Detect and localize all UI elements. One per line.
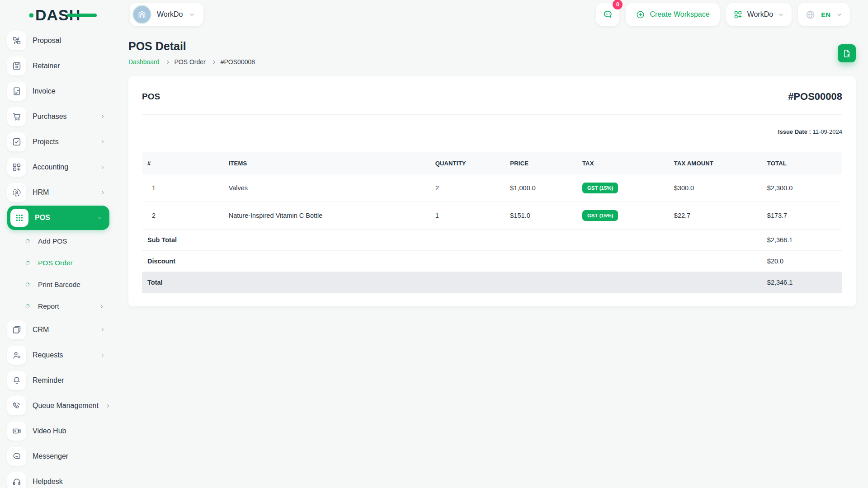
create-workspace-label: Create Workspace — [650, 10, 709, 19]
sidebar-item-label: Reminder — [33, 376, 64, 385]
sidebar-item-label: Requests — [33, 351, 63, 359]
sidebar-item[interactable]: CRM — [7, 317, 109, 343]
apps-dropdown[interactable]: WorkDo — [726, 3, 792, 26]
sidebar-item-label: Video Hub — [33, 427, 66, 435]
sidebar-item-label: HRM — [33, 188, 49, 197]
summary-row: Discount $20.0 — [142, 251, 842, 272]
sidebar-item[interactable]: POS — [7, 206, 109, 230]
table-column-header: # — [142, 152, 223, 174]
create-workspace-button[interactable]: Create Workspace — [626, 3, 719, 26]
sidebar-item-label: CRM — [33, 326, 49, 334]
summary-label: Sub Total — [142, 230, 762, 251]
table-row: 1 Valves 2 $1,000.0 GST (15%) $300.0 $2,… — [142, 174, 842, 202]
cell-no: 1 — [142, 174, 223, 202]
sidebar-item[interactable]: Queue Management — [7, 393, 109, 418]
main-content: POS Detail Dashboard POS Order #POS00008… — [116, 28, 868, 488]
sidebar-item[interactable]: Projects — [7, 129, 109, 155]
cell-tax-amount: $22.7 — [669, 202, 762, 230]
tax-badge: GST (15%) — [582, 183, 618, 193]
workspace-name: WorkDo — [157, 10, 183, 19]
logo-accent-bar — [67, 14, 97, 17]
issue-date-value: 11-09-2024 — [812, 128, 842, 135]
sidebar-item-label: Accounting — [33, 163, 68, 171]
sidebar-subitem[interactable]: Add POS — [7, 230, 109, 252]
messages-button[interactable]: 0 — [596, 3, 619, 26]
sidebar-item[interactable]: Video Hub — [7, 418, 109, 444]
sidebar-item[interactable]: Accounting — [7, 155, 109, 180]
chevron-right-icon — [105, 403, 111, 409]
apps-dropdown-label: WorkDo — [747, 10, 774, 19]
breadcrumb-separator-icon — [211, 60, 215, 64]
sidebar-subitem[interactable]: Print Barcode — [7, 274, 109, 296]
summary-row: Sub Total $2,366.1 — [142, 230, 842, 251]
sidebar-subitem-label: Add POS — [38, 237, 67, 245]
page-title: POS Detail — [128, 40, 255, 53]
language-dropdown[interactable]: EN — [798, 3, 850, 26]
sidebar-item[interactable]: Helpdesk — [7, 469, 109, 488]
sidebar-item-icon-box — [7, 158, 26, 177]
sidebar-item[interactable]: Reminder — [7, 368, 109, 393]
language-code: EN — [821, 11, 830, 19]
globe-icon — [805, 9, 816, 20]
workspace-avatar — [132, 5, 151, 24]
chevron-right-icon — [99, 139, 106, 145]
table-summary: Sub Total $2,366.1 Discount $20.0 Total … — [142, 230, 842, 293]
invoice-icon — [12, 86, 22, 96]
chevron-right-icon — [99, 164, 106, 170]
summary-value: $2,346.1 — [762, 272, 842, 293]
sidebar-item[interactable]: Retainer — [7, 53, 109, 79]
bullet-icon — [24, 303, 31, 310]
sidebar-subitem-label: POS Order — [38, 259, 73, 267]
export-pos-button[interactable] — [838, 44, 856, 62]
sidebar-item[interactable]: Messenger — [7, 444, 109, 469]
sidebar-subitem-label: Report — [38, 302, 59, 310]
sidebar-item-label: Retainer — [33, 62, 60, 70]
proposal-icon — [12, 36, 22, 46]
sidebar-item[interactable]: Proposal — [7, 28, 109, 53]
breadcrumb-item[interactable]: POS Order — [175, 58, 206, 66]
sidebar-item-label: POS — [35, 214, 50, 222]
top-header: DASH WorkDo 0 Create Workspace WorkDo EN — [0, 0, 868, 28]
bullet-icon — [24, 282, 31, 288]
header-actions: 0 Create Workspace WorkDo EN — [596, 3, 850, 26]
pos-card-header: POS #POS00008 — [142, 91, 842, 115]
sidebar-item-icon-box — [7, 396, 26, 415]
app-logo[interactable]: DASH — [35, 6, 80, 24]
pos-detail-card: POS #POS00008 Issue Date : 11-09-2024 #I… — [128, 76, 856, 306]
sidebar-item-label: Queue Management — [33, 402, 99, 410]
reminder-icon — [12, 375, 22, 385]
cell-quantity: 1 — [430, 202, 505, 230]
table-column-header: TAX AMOUNT — [669, 152, 762, 174]
issue-date-row: Issue Date : 11-09-2024 — [142, 128, 842, 135]
breadcrumb-item: #POS00008 — [221, 58, 255, 66]
sidebar-item-label: Purchases — [33, 113, 67, 121]
sidebar-item[interactable]: Invoice — [7, 79, 109, 104]
sidebar-item[interactable]: Purchases — [7, 104, 109, 129]
sidebar-subitem[interactable]: Report — [7, 296, 109, 317]
pos-icon — [14, 213, 24, 223]
table-row: 2 Nature-Inspired Vitamin C Bottle 1 $15… — [142, 202, 842, 230]
chevron-right-icon — [99, 113, 106, 120]
sidebar-item-icon-box — [7, 346, 26, 365]
cell-tax: GST (15%) — [577, 202, 669, 230]
cell-item: Nature-Inspired Vitamin C Bottle — [223, 202, 430, 230]
helpdesk-icon — [12, 477, 22, 487]
workspace-switcher[interactable]: WorkDo — [130, 3, 203, 26]
tax-badge: GST (15%) — [582, 210, 618, 221]
logo-accent-dot — [29, 13, 33, 17]
cell-price: $1,000.0 — [505, 174, 577, 202]
sidebar-item-icon-box — [7, 447, 26, 466]
video-hub-icon — [12, 426, 22, 436]
table-header-row: #ITEMSQUANTITYPRICETAXTAX AMOUNTTOTAL — [142, 152, 842, 174]
sidebar-item[interactable]: Requests — [7, 343, 109, 368]
pos-number: #POS00008 — [788, 91, 842, 103]
messenger-icon — [12, 451, 22, 461]
sidebar-item-label: Projects — [33, 138, 59, 146]
sidebar-item[interactable]: HRM — [7, 180, 109, 205]
sidebar-subitem[interactable]: POS Order — [7, 252, 109, 274]
summary-value: $2,366.1 — [762, 230, 842, 251]
breadcrumb-item[interactable]: Dashboard — [128, 58, 160, 66]
chevron-right-icon — [99, 352, 106, 358]
sidebar-item-icon-box — [7, 31, 26, 50]
sidebar-item-icon-box — [7, 320, 26, 339]
